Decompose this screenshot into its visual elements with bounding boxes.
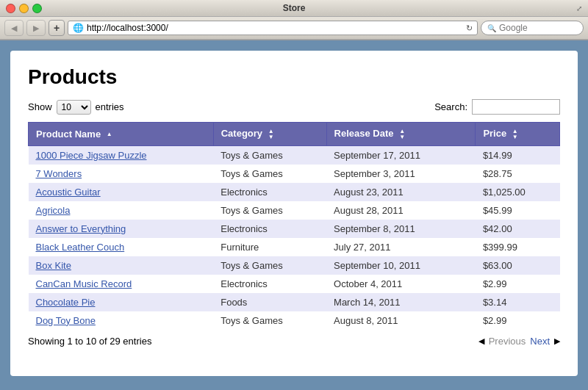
sort-arrows-release-date: ▲ ▼	[399, 129, 405, 140]
product-link[interactable]: Acoustic Guitar	[36, 187, 101, 198]
browser-search-input[interactable]	[499, 23, 573, 33]
show-entries-control: Show 10 25 50 100 entries	[28, 100, 124, 115]
page-title: Products	[28, 65, 560, 89]
window-buttons	[6, 4, 42, 13]
product-link[interactable]: Agricola	[36, 205, 71, 216]
cell-category: Electronics	[213, 183, 326, 201]
cell-price: $2.99	[476, 275, 560, 293]
col-header-category[interactable]: Category ▲ ▼	[213, 123, 326, 146]
cell-category: Toys & Games	[213, 311, 326, 330]
table-row: CanCan Music RecordElectronicsOctober 4,…	[29, 275, 560, 293]
col-header-name[interactable]: Product Name ▲	[29, 123, 214, 146]
new-tab-button[interactable]: +	[49, 20, 65, 36]
cell-release-date: September 8, 2011	[326, 220, 476, 238]
nav-bar: ◀ ▶ + 🌐 ↻ 🔍	[0, 17, 588, 40]
cell-price: $45.99	[476, 201, 560, 220]
cell-category: Furniture	[213, 238, 326, 256]
cell-category: Toys & Games	[213, 256, 326, 275]
cell-product-name: Chocolate Pie	[29, 293, 214, 311]
maximize-button[interactable]	[32, 4, 42, 13]
cell-product-name: Box Kite	[29, 256, 214, 275]
table-row: AgricolaToys & GamesAugust 28, 2011$45.9…	[29, 201, 560, 220]
cell-product-name: 1000 Piece Jigsaw Puzzle	[29, 145, 214, 165]
products-table: Product Name ▲ Category ▲ ▼ Release Da	[28, 122, 560, 330]
cell-price: $1,025.00	[476, 183, 560, 201]
table-row: Chocolate PieFoodsMarch 14, 2011$3.14	[29, 293, 560, 311]
table-controls: Show 10 25 50 100 entries Search:	[28, 99, 560, 115]
cell-category: Electronics	[213, 275, 326, 293]
cell-category: Electronics	[213, 220, 326, 238]
sort-up-icon: ▲	[107, 131, 112, 137]
cell-release-date: October 4, 2011	[326, 275, 476, 293]
col-label-release-date: Release Date	[334, 128, 394, 139]
next-button[interactable]: Next	[530, 336, 550, 347]
search-label: Search:	[434, 101, 467, 112]
table-footer: Showing 1 to 10 of 29 entries ◀ Previous…	[28, 336, 560, 347]
table-row: Box KiteToys & GamesSeptember 10, 2011$6…	[29, 256, 560, 275]
cell-category: Toys & Games	[213, 165, 326, 183]
cell-price: $2.99	[476, 311, 560, 330]
product-link[interactable]: 7 Wonders	[36, 168, 82, 179]
sort-arrows-category: ▲ ▼	[268, 129, 274, 140]
cell-product-name: 7 Wonders	[29, 165, 214, 183]
next-arrow-icon[interactable]: ▶	[554, 336, 560, 346]
search-input[interactable]	[472, 99, 560, 115]
close-button[interactable]	[6, 4, 15, 13]
cell-category: Foods	[213, 293, 326, 311]
cell-release-date: September 10, 2011	[326, 256, 476, 275]
page-content: Products Show 10 25 50 100 entries Searc…	[0, 40, 588, 386]
cell-product-name: Answer to Everything	[29, 220, 214, 238]
minimize-button[interactable]	[19, 4, 29, 13]
forward-button[interactable]: ▶	[26, 20, 46, 36]
col-label-name: Product Name	[36, 129, 101, 140]
table-row: Answer to EverythingElectronicsSeptember…	[29, 220, 560, 238]
content-box: Products Show 10 25 50 100 entries Searc…	[10, 51, 578, 376]
sort-arrows-name: ▲	[107, 131, 112, 137]
url-bar: 🌐 ↻	[68, 21, 478, 35]
cell-price: $3.14	[476, 293, 560, 311]
cell-release-date: September 3, 2011	[326, 165, 476, 183]
cell-release-date: August 28, 2011	[326, 201, 476, 220]
cell-release-date: March 14, 2011	[326, 293, 476, 311]
cell-price: $399.99	[476, 238, 560, 256]
product-link[interactable]: Chocolate Pie	[36, 297, 96, 308]
table-row: Black Leather CouchFurnitureJuly 27, 201…	[29, 238, 560, 256]
cell-release-date: August 23, 2011	[326, 183, 476, 201]
url-globe-icon: 🌐	[73, 23, 84, 33]
cell-product-name: Dog Toy Bone	[29, 311, 214, 330]
product-link[interactable]: Dog Toy Bone	[36, 315, 96, 326]
url-input[interactable]	[87, 23, 463, 33]
back-button[interactable]: ◀	[4, 20, 24, 36]
sort-down-icon: ▼	[399, 134, 405, 140]
window-title: Store	[283, 3, 306, 13]
search-control: Search:	[434, 99, 560, 115]
previous-button[interactable]: Previous	[489, 336, 526, 347]
product-link[interactable]: Black Leather Couch	[36, 242, 125, 253]
product-link[interactable]: 1000 Piece Jigsaw Puzzle	[36, 150, 147, 161]
showing-text: Showing 1 to 10 of 29 entries	[28, 336, 151, 347]
sort-down-icon: ▼	[268, 134, 274, 140]
col-label-category: Category	[221, 128, 262, 139]
product-link[interactable]: Box Kite	[36, 260, 71, 271]
pagination: ◀ Previous Next ▶	[478, 336, 560, 347]
col-header-release-date[interactable]: Release Date ▲ ▼	[326, 123, 476, 146]
product-link[interactable]: CanCan Music Record	[36, 278, 132, 289]
cell-release-date: July 27, 2011	[326, 238, 476, 256]
table-row: 7 WondersToys & GamesSeptember 3, 2011$2…	[29, 165, 560, 183]
refresh-button[interactable]: ↻	[466, 24, 473, 33]
entries-select[interactable]: 10 25 50 100	[57, 100, 91, 115]
col-header-price[interactable]: Price ▲ ▼	[476, 123, 560, 146]
sort-arrows-price: ▲ ▼	[512, 129, 518, 140]
table-header-row: Product Name ▲ Category ▲ ▼ Release Da	[29, 123, 560, 146]
sort-down-icon: ▼	[512, 134, 518, 140]
cell-price: $14.99	[476, 145, 560, 165]
cell-product-name: Agricola	[29, 201, 214, 220]
table-row: Acoustic GuitarElectronicsAugust 23, 201…	[29, 183, 560, 201]
cell-release-date: September 17, 2011	[326, 145, 476, 165]
cell-category: Toys & Games	[213, 145, 326, 165]
cell-release-date: August 8, 2011	[326, 311, 476, 330]
cell-category: Toys & Games	[213, 201, 326, 220]
product-link[interactable]: Answer to Everything	[36, 223, 126, 234]
cell-product-name: CanCan Music Record	[29, 275, 214, 293]
cell-price: $63.00	[476, 256, 560, 275]
